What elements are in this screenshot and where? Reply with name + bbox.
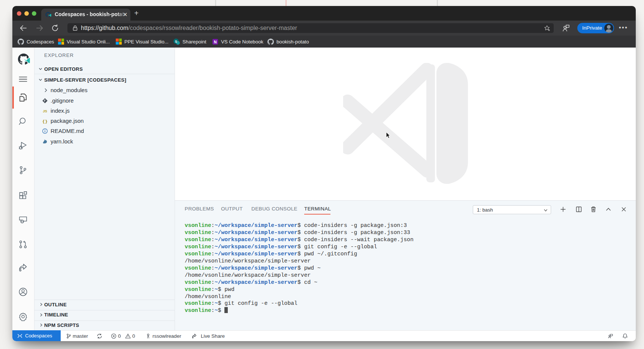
svg-text:JS: JS — [43, 109, 47, 113]
svg-text:N: N — [214, 39, 217, 44]
svg-text:S: S — [175, 40, 177, 43]
svg-text:{}: {} — [42, 119, 48, 124]
